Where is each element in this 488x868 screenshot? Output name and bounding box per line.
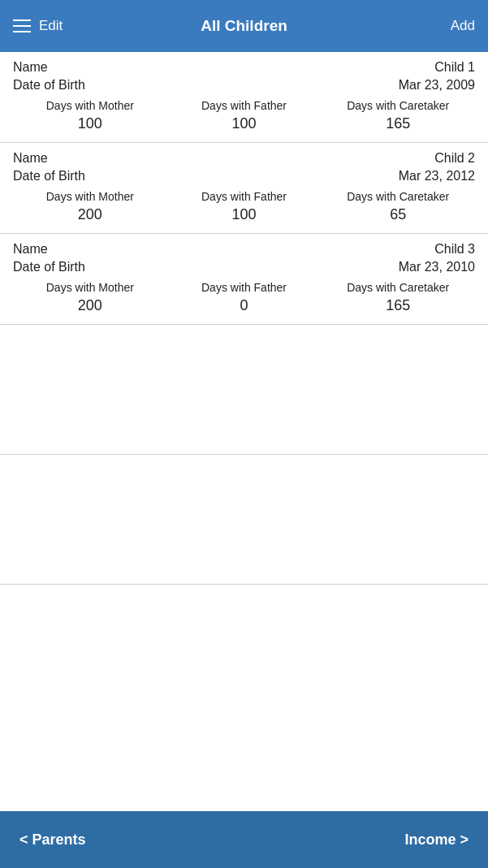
empty-section-1 (0, 325, 488, 455)
child-2-section[interactable]: Name Child 2 Date of Birth Mar 23, 2012 … (0, 143, 488, 234)
nav-left-group: Edit (13, 18, 63, 34)
child-3-days-mother-col: Days with Mother 200 (13, 281, 167, 314)
child-3-dob-label: Date of Birth (13, 260, 85, 274)
child-3-days-father-label: Days with Father (201, 281, 287, 294)
child-2-days-father-label: Days with Father (201, 190, 287, 203)
child-2-name-row: Name Child 2 (13, 151, 475, 166)
child-1-days-father-col: Days with Father 100 (167, 99, 322, 132)
empty-section-2 (0, 455, 488, 585)
child-3-days-mother-label: Days with Mother (46, 281, 134, 294)
child-3-days-row: Days with Mother 200 Days with Father 0 … (13, 281, 475, 314)
child-1-dob-value: Mar 23, 2009 (399, 78, 475, 93)
child-3-days-father-value: 0 (240, 297, 248, 314)
child-2-days-mother-value: 200 (78, 206, 102, 223)
child-2-dob-label: Date of Birth (13, 169, 85, 184)
child-2-days-father-col: Days with Father 100 (167, 190, 322, 223)
child-1-name-label: Name (13, 60, 48, 75)
navigation-bar: Edit All Children Add (0, 0, 488, 52)
child-3-section[interactable]: Name Child 3 Date of Birth Mar 23, 2010 … (0, 234, 488, 325)
child-2-days-caretaker-label: Days with Caretaker (347, 190, 449, 203)
child-1-name-row: Name Child 1 (13, 60, 475, 75)
parents-button[interactable]: < Parents (19, 831, 86, 849)
income-button[interactable]: Income > (404, 831, 469, 849)
child-1-dob-label: Date of Birth (13, 78, 85, 93)
child-2-dob-value: Mar 23, 2012 (399, 169, 475, 184)
child-3-days-caretaker-label: Days with Caretaker (347, 281, 449, 294)
child-2-dob-row: Date of Birth Mar 23, 2012 (13, 169, 475, 184)
child-2-name-value: Child 2 (434, 151, 475, 166)
child-3-name-value: Child 3 (434, 242, 475, 257)
child-1-days-father-label: Days with Father (201, 99, 287, 112)
child-3-days-caretaker-value: 165 (386, 297, 410, 314)
add-button[interactable]: Add (451, 18, 475, 34)
child-2-days-father-value: 100 (231, 206, 256, 223)
child-1-days-father-value: 100 (231, 115, 256, 132)
child-2-days-caretaker-value: 65 (390, 206, 406, 223)
child-1-days-mother-label: Days with Mother (46, 99, 134, 112)
child-3-name-label: Name (13, 242, 48, 257)
child-1-days-caretaker-label: Days with Caretaker (347, 99, 449, 112)
edit-button[interactable]: Edit (39, 18, 63, 34)
page-title: All Children (201, 17, 287, 35)
child-2-days-mother-col: Days with Mother 200 (13, 190, 167, 223)
child-1-days-caretaker-value: 165 (386, 115, 410, 132)
child-3-days-caretaker-col: Days with Caretaker 165 (321, 281, 475, 314)
child-1-days-row: Days with Mother 100 Days with Father 10… (13, 99, 475, 132)
child-2-days-mother-label: Days with Mother (46, 190, 134, 203)
menu-icon[interactable] (13, 19, 31, 32)
content-area: Name Child 1 Date of Birth Mar 23, 2009 … (0, 52, 488, 811)
child-2-name-label: Name (13, 151, 48, 166)
child-3-name-row: Name Child 3 (13, 242, 475, 257)
child-3-dob-row: Date of Birth Mar 23, 2010 (13, 260, 475, 274)
child-3-dob-value: Mar 23, 2010 (399, 260, 475, 274)
child-1-name-value: Child 1 (434, 60, 475, 75)
child-3-days-father-col: Days with Father 0 (167, 281, 322, 314)
child-3-days-mother-value: 200 (78, 297, 102, 314)
bottom-navigation: < Parents Income > (0, 811, 488, 868)
child-1-days-mother-value: 100 (78, 115, 102, 132)
child-2-days-row: Days with Mother 200 Days with Father 10… (13, 190, 475, 223)
child-2-days-caretaker-col: Days with Caretaker 65 (321, 190, 475, 223)
child-1-dob-row: Date of Birth Mar 23, 2009 (13, 78, 475, 93)
child-1-days-caretaker-col: Days with Caretaker 165 (321, 99, 475, 132)
child-1-section[interactable]: Name Child 1 Date of Birth Mar 23, 2009 … (0, 52, 488, 143)
child-1-days-mother-col: Days with Mother 100 (13, 99, 167, 132)
